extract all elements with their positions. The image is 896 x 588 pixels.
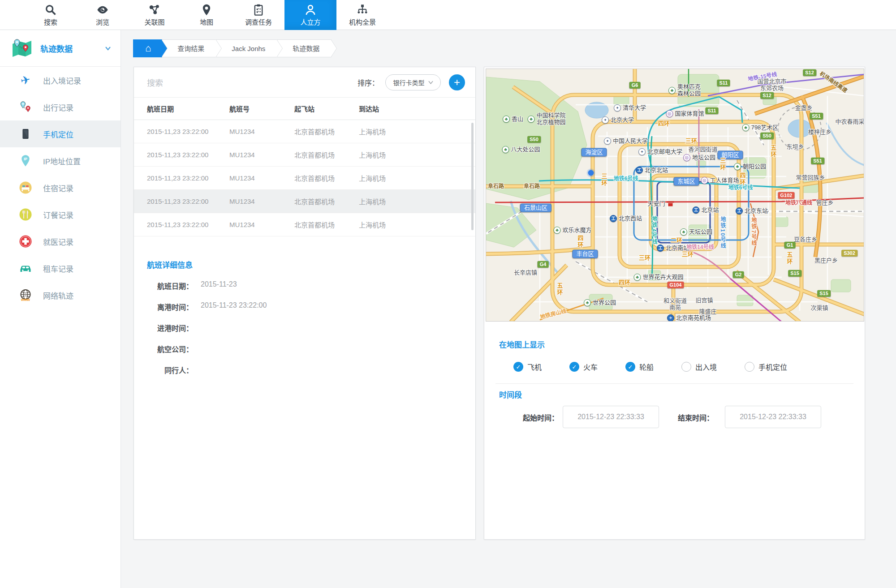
map[interactable]: 海淀区朝阳区东城区石景山区丰台区♣香山♣中国科学院北京植物园♣八大处公园♣奥林匹… bbox=[486, 69, 864, 322]
map-label-ring: 三环 bbox=[682, 251, 694, 258]
clipboard-icon bbox=[252, 4, 265, 16]
breadcrumb-home[interactable]: ⌂ bbox=[133, 39, 162, 57]
map-label-badge: G104 bbox=[668, 282, 684, 288]
table-row[interactable]: 2015-11,23 23:22:00MU1234北京首都机场上海机场 bbox=[134, 167, 475, 190]
checked-circle-icon: ✓ bbox=[513, 362, 523, 372]
map-label-metro: 地铁6号线 bbox=[614, 176, 638, 182]
map-label-poi: ✦北京邮电大学 bbox=[638, 148, 682, 155]
nav-tab-label: 人立方 bbox=[300, 17, 320, 26]
detail-field: 同行人： bbox=[147, 365, 475, 375]
table-cell: 2015-11,23 23:22:00 bbox=[147, 128, 229, 135]
nav-tab-label: 机构全景 bbox=[349, 17, 376, 26]
map-label-district: 石景山区 bbox=[520, 204, 551, 212]
nav-tab-search[interactable]: 搜索 bbox=[25, 0, 77, 30]
map-label-badge: G102 bbox=[778, 192, 795, 199]
detail-value: 2015-11-23 23:22:00 bbox=[201, 301, 267, 312]
detail-field: 离港时间：2015-11-23 23:22:00 bbox=[147, 301, 475, 312]
sidebar-item-network-trace[interactable]: www网络轨迹 bbox=[0, 282, 121, 309]
layer-checkbox-飞机[interactable]: ✓飞机 bbox=[513, 361, 542, 372]
graph-icon bbox=[148, 4, 161, 16]
breadcrumb-item-2[interactable]: 轨迹数据 bbox=[277, 39, 332, 57]
sort-select[interactable]: 银行卡类型 bbox=[385, 74, 441, 90]
sidebar-item-phone-location[interactable]: 手机定位 bbox=[0, 120, 121, 147]
ip-pin-icon: IP bbox=[18, 153, 33, 168]
sidebar-item-travel-records[interactable]: 出行记录 bbox=[0, 94, 121, 120]
breadcrumb-item-0[interactable]: 查询结果 bbox=[162, 39, 216, 57]
sidebar-item-label: 订餐记录 bbox=[43, 209, 73, 220]
map-label-badge: S302 bbox=[841, 250, 857, 257]
nav-tab-map[interactable]: 地图 bbox=[181, 0, 233, 30]
nav-tab-label: 调查任务 bbox=[245, 17, 272, 26]
sidebar-item-medical-records[interactable]: 就医记录 bbox=[0, 228, 121, 255]
map-label-poi: ✦北京大学 bbox=[602, 116, 634, 124]
table-row[interactable]: 2015-11,23 23:22:00MU1234北京首都机场上海机场 bbox=[134, 143, 475, 167]
sidebar: 轨迹数据 ✈出入境记录出行记录手机定位IPIP地址位置住宿记录订餐记录就医记录租… bbox=[0, 30, 121, 588]
checked-circle-icon: ✓ bbox=[625, 362, 635, 372]
table-cell: 上海机场 bbox=[359, 150, 475, 159]
map-label-ring: 四环 bbox=[577, 235, 583, 249]
layer-checkbox-出入境[interactable]: 出入境 bbox=[681, 361, 717, 372]
map-label-ring: 五环 bbox=[556, 283, 563, 296]
map-label-poi: ✈北京南苑机场 bbox=[667, 314, 711, 322]
breadcrumb-item-1[interactable]: Jack Jonhs bbox=[216, 39, 277, 57]
sidebar-item-entry-exit-records[interactable]: ✈出入境记录 bbox=[0, 67, 121, 94]
time-start-input[interactable] bbox=[563, 406, 659, 428]
layers-title: 在地图上显示 bbox=[499, 339, 545, 350]
column-header: 到达站 bbox=[359, 104, 475, 113]
sidebar-item-car-rental-records[interactable]: 租车记录 bbox=[0, 255, 121, 282]
map-label-poi: ♣欢乐水魔方 bbox=[553, 227, 591, 234]
nav-tab-browse[interactable]: 浏览 bbox=[77, 0, 129, 30]
nav-tab-investigation-tasks[interactable]: 调查任务 bbox=[233, 0, 284, 30]
sidebar-item-ip-location[interactable]: IPIP地址位置 bbox=[0, 147, 121, 174]
nav-tab-org-panorama[interactable]: 机构全景 bbox=[336, 0, 388, 30]
layer-label: 飞机 bbox=[527, 361, 542, 372]
map-label-ring: 五环 bbox=[770, 145, 776, 158]
search-icon bbox=[44, 4, 57, 16]
medical-cross-icon bbox=[18, 234, 33, 249]
layer-label: 轮船 bbox=[639, 361, 654, 372]
table-cell: 北京首都机场 bbox=[294, 150, 359, 159]
map-label-district: 东城区 bbox=[673, 177, 699, 186]
sidebar-header[interactable]: 轨迹数据 bbox=[0, 30, 121, 67]
table-cell: 2015-11,23 23:22:00 bbox=[147, 151, 229, 159]
sidebar-item-label: 出行记录 bbox=[43, 102, 73, 113]
sort-label: 排序： bbox=[358, 77, 379, 88]
detail-label: 同行人： bbox=[147, 365, 193, 375]
chevron-down-icon[interactable] bbox=[104, 45, 112, 52]
nav-tab-people-cube[interactable]: 人立方 bbox=[284, 0, 336, 30]
car-icon bbox=[18, 261, 33, 276]
map-label-poi: 工北京东站 bbox=[736, 207, 768, 215]
table-row[interactable]: 2015-11,23 23:22:00MU1234北京首都机场上海机场 bbox=[134, 190, 475, 213]
table-row[interactable]: 2015-11,23 23:22:00MU1234北京首都机场上海机场 bbox=[134, 120, 475, 143]
phone-icon bbox=[18, 126, 33, 142]
table-body: 2015-11,23 23:22:00MU1234北京首都机场上海机场2015-… bbox=[134, 120, 475, 236]
map-label-metro: 地铁6号线 bbox=[728, 185, 753, 191]
layer-checkbox-火车[interactable]: ✓火车 bbox=[569, 361, 598, 372]
sidebar-item-lodging-records[interactable]: 住宿记录 bbox=[0, 174, 121, 201]
table-cell: 北京首都机场 bbox=[294, 173, 359, 183]
map-label-town: 黑庄户乡 bbox=[814, 258, 838, 264]
map-panel: 海淀区朝阳区东城区石景山区丰台区♣香山♣中国科学院北京植物园♣八大处公园♣奥林匹… bbox=[484, 67, 865, 540]
detail-field: 进港时间： bbox=[147, 322, 475, 333]
table-scrollbar[interactable] bbox=[471, 123, 474, 230]
map-label-ring: 四环 bbox=[619, 279, 630, 286]
add-button[interactable]: + bbox=[449, 74, 465, 90]
map-label-poi: ♣香山 bbox=[503, 116, 523, 123]
map-label-poi: ♣世界公园 bbox=[584, 299, 616, 306]
layer-checkbox-手机定位[interactable]: 手机定位 bbox=[745, 361, 787, 372]
nav-tab-relation-graph[interactable]: 关联图 bbox=[129, 0, 181, 30]
map-label-badge: G1 bbox=[784, 242, 796, 249]
table-cell: 2015-11,23 23:22:00 bbox=[147, 197, 229, 205]
table-cell: MU1234 bbox=[229, 174, 294, 182]
table-cell: 北京首都机场 bbox=[294, 197, 359, 206]
sidebar-item-dining-records[interactable]: 订餐记录 bbox=[0, 201, 121, 228]
time-end-input[interactable] bbox=[725, 406, 821, 428]
table-row[interactable]: 2015-11,23 23:22:00MU1234北京首都机场上海机场 bbox=[134, 213, 475, 236]
map-label-badge: S51 bbox=[810, 113, 823, 120]
table-cell: 上海机场 bbox=[359, 220, 475, 229]
map-label-ring: 四环 bbox=[739, 172, 745, 186]
search-input[interactable]: 搜索 bbox=[147, 77, 163, 88]
nav-tab-label: 地图 bbox=[200, 17, 213, 26]
sidebar-item-label: 网络轨迹 bbox=[43, 290, 73, 301]
layer-checkbox-轮船[interactable]: ✓轮船 bbox=[625, 361, 654, 372]
